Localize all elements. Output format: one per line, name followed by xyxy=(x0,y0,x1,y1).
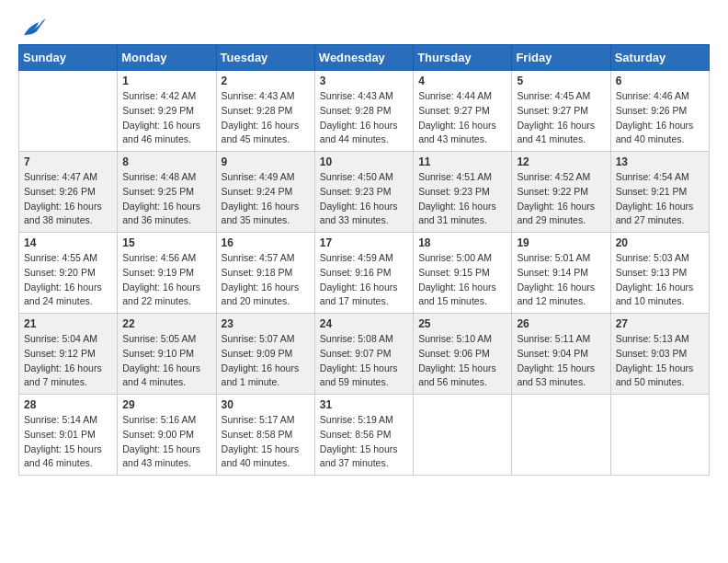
day-info-line: Daylight: 16 hours xyxy=(517,200,605,214)
day-number: 5 xyxy=(517,75,605,87)
day-info-line: Sunrise: 4:59 AM xyxy=(320,251,408,266)
day-info-line: Daylight: 16 hours xyxy=(222,200,310,214)
day-info-line: Sunrise: 4:57 AM xyxy=(222,251,310,266)
day-info-line: Sunrise: 5:16 AM xyxy=(122,413,210,428)
day-info: Sunrise: 5:04 AMSunset: 9:12 PMDaylight:… xyxy=(24,332,112,390)
day-info-line: Sunset: 9:15 PM xyxy=(418,266,506,281)
day-number: 15 xyxy=(122,236,210,249)
day-info: Sunrise: 5:05 AMSunset: 9:10 PMDaylight:… xyxy=(122,332,210,390)
day-info-line: Sunset: 9:23 PM xyxy=(320,185,408,200)
day-info-line: Daylight: 16 hours xyxy=(24,362,112,376)
day-info-line: Daylight: 16 hours xyxy=(222,281,310,295)
day-info-line: Sunrise: 4:43 AM xyxy=(320,89,408,104)
calendar-cell xyxy=(414,395,512,476)
day-info-line: Sunrise: 4:42 AM xyxy=(122,89,210,104)
day-info-line: Daylight: 16 hours xyxy=(320,119,408,133)
day-info: Sunrise: 5:00 AMSunset: 9:15 PMDaylight:… xyxy=(418,251,506,309)
calendar-cell xyxy=(512,395,610,476)
day-number: 13 xyxy=(616,155,704,168)
day-info-line: Sunrise: 4:48 AM xyxy=(122,170,210,185)
day-info: Sunrise: 4:42 AMSunset: 9:29 PMDaylight:… xyxy=(122,89,210,147)
header-day-friday: Friday xyxy=(512,45,610,71)
day-number: 1 xyxy=(122,75,210,87)
day-info-line: Sunrise: 5:11 AM xyxy=(517,332,605,347)
day-info-line: Sunset: 8:56 PM xyxy=(320,428,408,442)
day-number: 9 xyxy=(222,155,310,168)
calendar-cell: 20Sunrise: 5:03 AMSunset: 9:13 PMDayligh… xyxy=(610,233,709,314)
day-info: Sunrise: 5:16 AMSunset: 9:00 PMDaylight:… xyxy=(122,413,210,471)
calendar-cell: 6Sunrise: 4:46 AMSunset: 9:26 PMDaylight… xyxy=(610,71,709,152)
calendar-cell: 3Sunrise: 4:43 AMSunset: 9:28 PMDaylight… xyxy=(314,71,413,152)
calendar-cell: 4Sunrise: 4:44 AMSunset: 9:27 PMDaylight… xyxy=(414,71,512,152)
day-info-line: and 1 minute. xyxy=(222,375,310,390)
day-info-line: and 4 minutes. xyxy=(122,375,210,390)
day-info-line: and 31 minutes. xyxy=(418,213,506,228)
day-info-line: Sunset: 9:26 PM xyxy=(616,104,704,119)
day-info-line: Sunset: 9:13 PM xyxy=(616,266,704,281)
day-number: 8 xyxy=(122,155,210,168)
day-number: 28 xyxy=(24,398,112,411)
day-info-line: and 33 minutes. xyxy=(320,213,408,228)
calendar-cell: 30Sunrise: 5:17 AMSunset: 8:58 PMDayligh… xyxy=(216,395,314,476)
day-info-line: Sunrise: 4:55 AM xyxy=(24,251,112,266)
day-info-line: Sunset: 9:10 PM xyxy=(122,347,210,362)
day-info-line: and 53 minutes. xyxy=(517,375,605,390)
logo-bird-icon xyxy=(20,18,46,39)
day-info-line: Sunrise: 5:08 AM xyxy=(320,332,408,347)
calendar-cell: 22Sunrise: 5:05 AMSunset: 9:10 PMDayligh… xyxy=(118,314,216,395)
day-info: Sunrise: 4:59 AMSunset: 9:16 PMDaylight:… xyxy=(320,251,408,309)
day-info-line: Sunset: 9:29 PM xyxy=(122,104,210,119)
day-info-line: and 27 minutes. xyxy=(616,213,704,228)
day-number: 30 xyxy=(222,398,310,411)
day-info: Sunrise: 4:51 AMSunset: 9:23 PMDaylight:… xyxy=(418,170,506,228)
day-info-line: and 36 minutes. xyxy=(122,213,210,228)
day-number: 14 xyxy=(24,236,112,249)
day-info-line: and 41 minutes. xyxy=(517,132,605,147)
day-info-line: and 56 minutes. xyxy=(418,375,506,390)
day-number: 23 xyxy=(222,317,310,330)
day-number: 25 xyxy=(418,317,506,330)
calendar-cell: 14Sunrise: 4:55 AMSunset: 9:20 PMDayligh… xyxy=(19,233,118,314)
calendar-cell: 1Sunrise: 4:42 AMSunset: 9:29 PMDaylight… xyxy=(118,71,216,152)
day-info-line: Sunset: 9:22 PM xyxy=(517,185,605,200)
day-info: Sunrise: 4:45 AMSunset: 9:27 PMDaylight:… xyxy=(517,89,605,147)
day-info-line: and 38 minutes. xyxy=(24,213,112,228)
day-info-line: Sunrise: 4:46 AM xyxy=(616,89,704,104)
day-info-line: Daylight: 15 hours xyxy=(320,442,408,457)
day-info-line: Sunrise: 4:54 AM xyxy=(616,170,704,185)
day-info-line: Daylight: 16 hours xyxy=(517,281,605,295)
day-info-line: Daylight: 16 hours xyxy=(616,119,704,133)
header-day-saturday: Saturday xyxy=(610,45,709,71)
day-info-line: Daylight: 16 hours xyxy=(122,119,210,133)
calendar-cell: 25Sunrise: 5:10 AMSunset: 9:06 PMDayligh… xyxy=(414,314,512,395)
calendar-cell: 13Sunrise: 4:54 AMSunset: 9:21 PMDayligh… xyxy=(610,152,709,233)
day-info-line: Sunrise: 4:44 AM xyxy=(418,89,506,104)
day-info-line: Sunset: 9:03 PM xyxy=(616,347,704,362)
day-info-line: Daylight: 15 hours xyxy=(616,362,704,376)
day-number: 20 xyxy=(616,236,704,249)
day-info: Sunrise: 4:44 AMSunset: 9:27 PMDaylight:… xyxy=(418,89,506,147)
calendar-cell: 17Sunrise: 4:59 AMSunset: 9:16 PMDayligh… xyxy=(314,233,413,314)
day-info-line: and 44 minutes. xyxy=(320,132,408,147)
day-info-line: Sunset: 9:14 PM xyxy=(517,266,605,281)
day-info-line: Sunset: 9:16 PM xyxy=(320,266,408,281)
day-info-line: Sunrise: 5:13 AM xyxy=(616,332,704,347)
day-info-line: Sunset: 9:09 PM xyxy=(222,347,310,362)
calendar-cell: 9Sunrise: 4:49 AMSunset: 9:24 PMDaylight… xyxy=(216,152,314,233)
day-number: 12 xyxy=(517,155,605,168)
calendar-cell: 5Sunrise: 4:45 AMSunset: 9:27 PMDaylight… xyxy=(512,71,610,152)
calendar-cell xyxy=(19,71,118,152)
day-info-line: Sunset: 9:12 PM xyxy=(24,347,112,362)
calendar-cell: 18Sunrise: 5:00 AMSunset: 9:15 PMDayligh… xyxy=(414,233,512,314)
day-info-line: Daylight: 15 hours xyxy=(24,442,112,457)
calendar-cell: 16Sunrise: 4:57 AMSunset: 9:18 PMDayligh… xyxy=(216,233,314,314)
day-info: Sunrise: 5:13 AMSunset: 9:03 PMDaylight:… xyxy=(616,332,704,390)
day-info-line: Daylight: 15 hours xyxy=(517,362,605,376)
calendar-cell: 10Sunrise: 4:50 AMSunset: 9:23 PMDayligh… xyxy=(314,152,413,233)
day-info-line: Sunset: 9:04 PM xyxy=(517,347,605,362)
day-info-line: and 22 minutes. xyxy=(122,294,210,309)
day-info: Sunrise: 4:48 AMSunset: 9:25 PMDaylight:… xyxy=(122,170,210,228)
day-info-line: Daylight: 16 hours xyxy=(122,281,210,295)
day-info-line: and 46 minutes. xyxy=(122,132,210,147)
day-info: Sunrise: 5:03 AMSunset: 9:13 PMDaylight:… xyxy=(616,251,704,309)
